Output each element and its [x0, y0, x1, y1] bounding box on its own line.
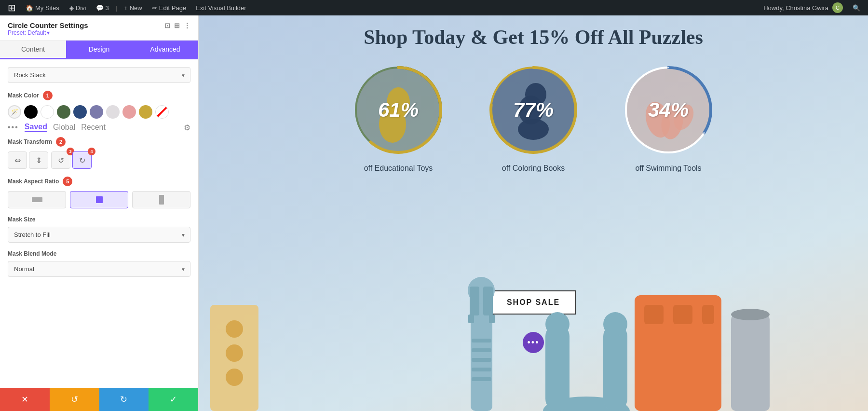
- svg-point-17: [226, 320, 243, 338]
- cancel-icon: ✕: [21, 394, 28, 405]
- admin-bar-right: Howdy, Christina Gwira C 🔍: [760, 2, 864, 13]
- my-sites-btn[interactable]: 🏠 My Sites: [22, 0, 63, 15]
- mask-blend-label: Mask Blend Mode: [8, 250, 190, 257]
- redo-btn[interactable]: ↻: [99, 388, 149, 411]
- color-settings-icon[interactable]: ⚙: [184, 123, 190, 132]
- color-tab-recent[interactable]: Recent: [81, 123, 106, 132]
- rotate-cw-icon: ↻: [79, 156, 85, 165]
- flip-v-icon: ⇕: [36, 156, 42, 165]
- floating-dots-btn[interactable]: •••: [523, 332, 544, 353]
- panel-tabs: Content Design Advanced: [0, 41, 198, 59]
- color-tab-saved[interactable]: Saved: [25, 123, 47, 132]
- circle-1-percent: 61%: [378, 98, 419, 122]
- svg-rect-37: [603, 324, 627, 411]
- mask-color-label: Mask Color 1: [8, 91, 190, 100]
- panel-header: Circle Counter Settings ⊡ ⊞ ⋮ Preset: De…: [0, 15, 198, 41]
- panel-title-row: Circle Counter Settings ⊡ ⊞ ⋮: [8, 21, 190, 29]
- aspect-landscape-btn[interactable]: [8, 191, 66, 208]
- more-icon[interactable]: ⋮: [184, 22, 190, 29]
- eyedropper-icon: 🪄: [11, 109, 18, 116]
- page-title: Shop Today & Get 15% Off All Puzzles: [199, 25, 868, 49]
- aspect-square-btn[interactable]: [70, 191, 128, 208]
- divi-btn[interactable]: ◈ Divi: [65, 0, 90, 15]
- new-btn[interactable]: + New: [120, 0, 146, 15]
- mask-blend-section: Mask Blend Mode Normal Multiply Screen O…: [8, 250, 190, 277]
- flip-h-btn[interactable]: ⇔: [8, 151, 27, 169]
- panel-content: Rock Stack Circle Diamond Hexagon Mask C…: [0, 59, 198, 388]
- swatch-gold[interactable]: [139, 105, 152, 119]
- circle-2-percent: 77%: [513, 98, 554, 122]
- swatch-navy[interactable]: [73, 105, 87, 119]
- transform-group-1: ⇔ ⇕: [8, 151, 48, 169]
- exit-builder-btn[interactable]: Exit Visual Builder: [192, 0, 250, 15]
- svg-rect-33: [673, 305, 692, 324]
- howdy-btn[interactable]: Howdy, Christina Gwira C: [760, 2, 847, 13]
- wp-logo[interactable]: ⊞: [4, 0, 20, 15]
- svg-rect-36: [545, 324, 570, 411]
- svg-point-18: [226, 344, 243, 362]
- mask-size-label: Mask Size: [8, 216, 190, 223]
- expand-icon[interactable]: ⊞: [174, 22, 180, 29]
- swatch-green[interactable]: [57, 105, 70, 119]
- color-tabs-row: ••• Saved Global Recent ⚙: [8, 123, 190, 132]
- dots-icon[interactable]: •••: [8, 123, 19, 132]
- rotate-cw-wrapper: ↻ 4: [72, 151, 92, 169]
- swatch-black[interactable]: [24, 105, 38, 119]
- svg-rect-26: [472, 339, 491, 342]
- aspect-ratio-buttons: [8, 191, 190, 208]
- main-layout: Circle Counter Settings ⊡ ⊞ ⋮ Preset: De…: [0, 15, 868, 411]
- mask-size-select-wrapper: Stretch to Fill Stretch to Normal Cover …: [8, 227, 190, 243]
- swatch-purple[interactable]: [90, 105, 103, 119]
- save-btn[interactable]: ✓: [149, 388, 198, 411]
- undo-icon: ↺: [71, 394, 78, 405]
- panel-title-text: Circle Counter Settings: [8, 21, 88, 29]
- aspect-portrait-btn[interactable]: [132, 191, 190, 208]
- minimize-icon[interactable]: ⊡: [164, 22, 170, 29]
- page-title-section: Shop Today & Get 15% Off All Puzzles: [199, 15, 868, 57]
- flip-v-btn[interactable]: ⇕: [29, 151, 48, 169]
- swatch-white[interactable]: [41, 105, 54, 119]
- separator: |: [116, 4, 117, 12]
- undo-btn[interactable]: ↺: [50, 388, 99, 411]
- mask-transform-section: Mask Transform 2 ⇔ ⇕: [8, 137, 190, 169]
- mask-blend-select[interactable]: Normal Multiply Screen Overlay: [8, 261, 190, 277]
- comment-icon: 💬: [96, 4, 104, 12]
- preset-label[interactable]: Preset: Default ▾: [8, 29, 190, 36]
- tab-content[interactable]: Content: [0, 41, 66, 58]
- divi-icon: ◈: [69, 4, 74, 12]
- circle-swimming-tools: 34% off Swimming Tools: [620, 62, 717, 173]
- svg-point-19: [226, 369, 243, 386]
- edit-page-btn[interactable]: ✏ Edit Page: [148, 0, 190, 15]
- circle-educational-toys: 61% off Educational Toys: [350, 62, 447, 173]
- eyedropper-btn[interactable]: 🪄: [8, 105, 21, 119]
- color-tab-global[interactable]: Global: [53, 123, 75, 132]
- comments-btn[interactable]: 💬 3: [92, 0, 113, 15]
- swatch-lightgray[interactable]: [106, 105, 120, 119]
- rotate-ccw-wrapper: ↺ 3: [51, 151, 70, 169]
- svg-point-38: [545, 312, 570, 336]
- rotate-cw-badge: 4: [88, 148, 95, 155]
- svg-rect-24: [468, 315, 474, 323]
- mask-style-select-wrapper: Rock Stack Circle Diamond Hexagon: [8, 67, 190, 83]
- swatch-slash[interactable]: [155, 105, 169, 119]
- settings-panel: Circle Counter Settings ⊡ ⊞ ⋮ Preset: De…: [0, 15, 199, 411]
- flip-h-icon: ⇔: [14, 156, 21, 165]
- pencil-icon: ✏: [152, 4, 157, 12]
- mask-size-select[interactable]: Stretch to Fill Stretch to Normal Cover …: [8, 227, 190, 243]
- cancel-btn[interactable]: ✕: [0, 388, 50, 411]
- tab-design[interactable]: Design: [66, 41, 132, 58]
- circle-3-label: off Swimming Tools: [635, 164, 701, 173]
- search-btn[interactable]: 🔍: [849, 4, 864, 12]
- tab-advanced[interactable]: Advanced: [132, 41, 198, 58]
- svg-point-39: [603, 312, 627, 336]
- square-icon: [96, 196, 103, 203]
- svg-rect-29: [472, 368, 491, 371]
- svg-rect-27: [472, 348, 491, 352]
- svg-point-41: [731, 309, 770, 320]
- circles-row: 61% off Educational Toys: [199, 62, 868, 173]
- mask-style-select[interactable]: Rock Stack Circle Diamond Hexagon: [8, 67, 190, 83]
- color-swatches: 🪄: [8, 105, 190, 119]
- svg-rect-32: [644, 305, 664, 324]
- transform-group-2: ↺ 3 ↻ 4: [51, 151, 92, 169]
- swatch-pink[interactable]: [122, 105, 136, 119]
